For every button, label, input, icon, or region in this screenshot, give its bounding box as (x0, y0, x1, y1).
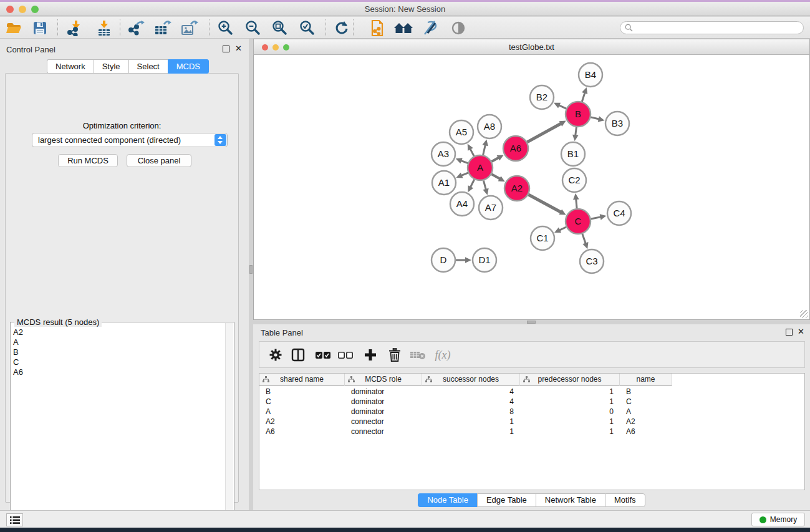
edge-A-A5[interactable] (470, 148, 475, 157)
result-item[interactable]: A2 (13, 327, 23, 337)
edge-A-A2[interactable] (491, 174, 500, 179)
node-table[interactable]: shared nameMCDS rolesuccessor nodesprede… (259, 373, 805, 490)
result-item[interactable]: A6 (13, 367, 23, 377)
tab-motifs[interactable]: Motifs (605, 493, 645, 507)
export-table-button[interactable] (152, 19, 173, 37)
result-item[interactable]: C (13, 357, 23, 367)
tab-select[interactable]: Select (128, 59, 168, 74)
cell-predecessor-nodes[interactable]: 1 (520, 427, 620, 437)
add-row-button[interactable] (360, 346, 380, 364)
tab-style[interactable]: Style (94, 59, 128, 74)
cell-predecessor-nodes[interactable]: 0 (520, 407, 620, 417)
horizontal-splitter[interactable] (253, 320, 810, 324)
cell-MCDS-role[interactable]: dominator (345, 397, 422, 407)
cell-name[interactable]: A (620, 407, 672, 417)
edge-B-B1[interactable] (576, 127, 577, 136)
save-session-button[interactable] (29, 19, 51, 37)
cell-predecessor-nodes[interactable]: 1 (520, 397, 620, 407)
run-mcds-button[interactable]: Run MCDS (58, 154, 118, 167)
tab-network-table[interactable]: Network Table (536, 493, 605, 507)
tab-edge-table[interactable]: Edge Table (477, 493, 536, 507)
table-row[interactable]: Cdominator41C (259, 397, 672, 407)
window-titlebar[interactable]: Session: New Session (0, 2, 810, 16)
cell-successor-nodes[interactable]: 1 (422, 427, 520, 437)
edge-B-B3[interactable] (591, 117, 599, 119)
criterion-select[interactable]: largest connected component (directed) (32, 133, 228, 147)
table-row[interactable]: A6connector11A6 (259, 427, 672, 437)
export-network-button[interactable] (126, 19, 147, 37)
search-input[interactable] (635, 24, 803, 32)
cell-shared-name[interactable]: A6 (259, 427, 345, 437)
horizontal-splitter-handle[interactable] (527, 321, 536, 324)
open-session-button[interactable] (3, 19, 24, 37)
deselect-all-button[interactable] (335, 346, 355, 364)
delete-table-button[interactable] (408, 346, 428, 364)
table-row[interactable]: A2connector11A2 (259, 417, 672, 427)
table-row[interactable]: Bdominator41B (259, 387, 672, 397)
cell-shared-name[interactable]: A (259, 407, 345, 417)
column-header-MCDS-role[interactable]: MCDS role (345, 374, 422, 386)
cell-name[interactable]: C (620, 397, 672, 407)
table-panel-float-icon[interactable] (786, 329, 793, 336)
cell-MCDS-role[interactable]: connector (345, 427, 422, 437)
column-header-name[interactable]: name (620, 374, 672, 386)
edge-A-A4[interactable] (470, 180, 475, 188)
import-table-button[interactable] (94, 19, 115, 37)
cell-successor-nodes[interactable]: 4 (422, 397, 520, 407)
home-button[interactable] (393, 19, 414, 37)
edge-A-A8[interactable] (483, 144, 486, 155)
table-body[interactable]: Bdominator41BCdominator41CAdominator80AA… (259, 387, 672, 437)
table-settings-button[interactable] (266, 346, 286, 364)
cell-shared-name[interactable]: C (259, 397, 345, 407)
cell-shared-name[interactable]: A2 (259, 417, 345, 427)
network-graph[interactable]: B4B2BB3A8A5A6A3B1AA1C2A2A4A7C4CC1C3DD1 (254, 55, 809, 319)
table-row[interactable]: Adominator80A (259, 407, 672, 417)
tab-network[interactable]: Network (47, 59, 94, 74)
result-scrollbar[interactable] (225, 323, 233, 532)
mcds-result-list[interactable]: A2ABCA6 (13, 327, 23, 377)
edge-C-C4[interactable] (591, 217, 602, 219)
cell-successor-nodes[interactable]: 4 (422, 387, 520, 397)
cell-name[interactable]: B (620, 387, 672, 397)
network-snapshot-button[interactable] (367, 19, 388, 37)
edge-A-A6[interactable] (491, 157, 499, 162)
function-builder-button[interactable]: f(x) (433, 346, 453, 364)
result-item[interactable]: B (13, 347, 23, 357)
cell-successor-nodes[interactable]: 1 (422, 417, 520, 427)
zoom-out-button[interactable] (242, 19, 263, 37)
cell-MCDS-role[interactable]: connector (345, 417, 422, 427)
refresh-button[interactable] (331, 19, 352, 37)
cell-predecessor-nodes[interactable]: 1 (520, 387, 620, 397)
task-history-button[interactable] (6, 513, 23, 526)
delete-row-button[interactable] (385, 346, 405, 364)
show-graphics-details-button[interactable] (448, 19, 469, 37)
cell-MCDS-role[interactable]: dominator (345, 387, 422, 397)
resize-grip-icon[interactable] (800, 310, 808, 318)
edge-B-B2[interactable] (558, 105, 566, 109)
edge-C-C2[interactable] (576, 198, 577, 208)
vertical-splitter[interactable] (249, 39, 253, 510)
import-network-button[interactable] (64, 19, 85, 37)
edge-A-A7[interactable] (483, 180, 486, 190)
tab-mcds[interactable]: MCDS (168, 59, 209, 74)
edge-B-B4[interactable] (582, 92, 585, 102)
tab-node-table[interactable]: Node Table (418, 493, 477, 507)
network-canvas[interactable]: B4B2BB3A8A5A6A3B1AA1C2A2A4A7C4CC1C3DD1 (253, 55, 810, 320)
select-all-button[interactable] (313, 346, 333, 364)
memory-button[interactable]: Memory (751, 513, 805, 526)
show-columns-button[interactable] (288, 346, 308, 364)
export-image-button[interactable] (179, 19, 200, 37)
cell-successor-nodes[interactable]: 8 (422, 407, 520, 417)
column-header-predecessor-nodes[interactable]: predecessor nodes (520, 374, 620, 386)
cell-shared-name[interactable]: B (259, 387, 345, 397)
cell-name[interactable]: A6 (620, 427, 672, 437)
close-panel-button[interactable]: Close panel (127, 154, 191, 167)
zoom-selected-button[interactable] (296, 19, 317, 37)
cell-predecessor-nodes[interactable]: 1 (520, 417, 620, 427)
edge-A6-B[interactable] (527, 123, 561, 142)
zoom-fit-button[interactable] (269, 19, 290, 37)
zoom-in-button[interactable] (215, 19, 236, 37)
table-panel-close-icon[interactable]: ✕ (798, 327, 804, 336)
column-header-shared-name[interactable]: shared name (259, 374, 345, 386)
cell-name[interactable]: A2 (620, 417, 672, 427)
